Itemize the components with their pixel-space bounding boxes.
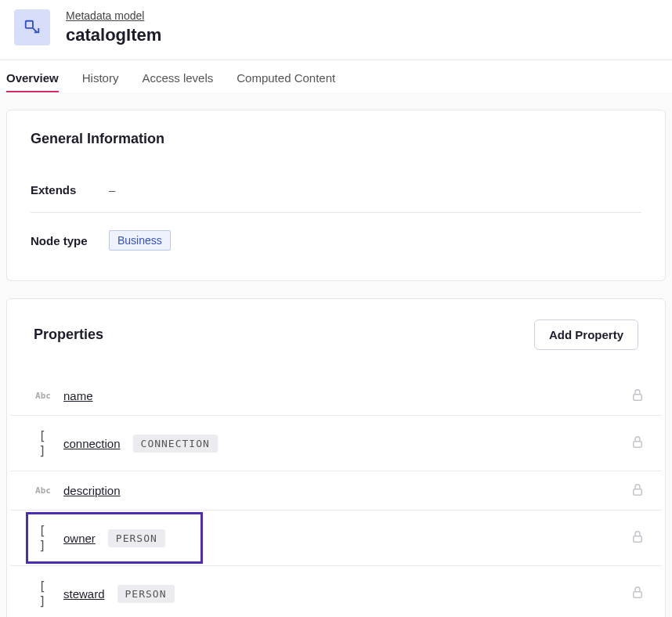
text-type-icon: Abc — [34, 391, 52, 401]
node-type-label: Node type — [31, 234, 109, 247]
svg-rect-3 — [634, 489, 642, 495]
properties-card: Properties Add Property Abcname[ ]connec… — [6, 298, 666, 617]
lock-icon — [630, 482, 645, 499]
tab-history[interactable]: History — [82, 71, 119, 92]
property-name[interactable]: steward — [63, 587, 105, 601]
svg-rect-2 — [634, 442, 642, 448]
property-name[interactable]: owner — [63, 532, 96, 545]
general-info-title: General Information — [31, 131, 641, 147]
svg-rect-1 — [634, 394, 642, 400]
tab-access-levels[interactable]: Access levels — [142, 71, 213, 92]
property-row-name[interactable]: Abcname — [10, 377, 662, 415]
page-title: catalogItem — [66, 25, 161, 45]
reference-type-icon: [ ] — [34, 579, 52, 608]
add-property-button[interactable]: Add Property — [534, 319, 638, 350]
property-row-owner[interactable]: [ ]ownerPERSON — [10, 510, 662, 565]
property-row-steward[interactable]: [ ]stewardPERSON — [10, 565, 662, 617]
lock-icon — [630, 530, 645, 547]
property-type-tag: CONNECTION — [133, 435, 218, 453]
general-info-card: General Information Extends – Node type … — [6, 110, 666, 281]
tab-overview[interactable]: Overview — [6, 71, 59, 92]
property-type-tag: PERSON — [117, 585, 175, 603]
property-row-connection[interactable]: [ ]connectionCONNECTION — [10, 415, 662, 471]
extends-label: Extends — [31, 183, 109, 197]
property-name[interactable]: description — [63, 484, 121, 497]
model-icon — [14, 9, 50, 45]
extends-value: – — [109, 183, 115, 197]
tab-computed-content[interactable]: Computed Content — [237, 71, 335, 92]
lock-icon — [630, 586, 645, 602]
reference-type-icon: [ ] — [34, 523, 52, 553]
text-type-icon: Abc — [34, 485, 52, 496]
property-name[interactable]: connection — [63, 437, 121, 450]
breadcrumb[interactable]: Metadata model — [66, 9, 161, 22]
properties-title: Properties — [34, 327, 103, 343]
reference-type-icon: [ ] — [34, 428, 52, 458]
property-type-tag: PERSON — [108, 529, 165, 547]
lock-icon — [630, 435, 645, 452]
svg-rect-4 — [634, 536, 642, 543]
svg-rect-5 — [634, 592, 642, 598]
property-name[interactable]: name — [63, 389, 93, 402]
page-header: Metadata model catalogItem — [0, 0, 672, 60]
lock-icon — [630, 388, 645, 404]
property-row-description[interactable]: Abcdescription — [10, 471, 662, 510]
svg-rect-0 — [26, 21, 33, 28]
tabs: OverviewHistoryAccess levelsComputed Con… — [0, 60, 672, 92]
node-type-badge: Business — [109, 230, 171, 251]
properties-list: Abcname[ ]connectionCONNECTIONAbcdescrip… — [10, 377, 662, 617]
